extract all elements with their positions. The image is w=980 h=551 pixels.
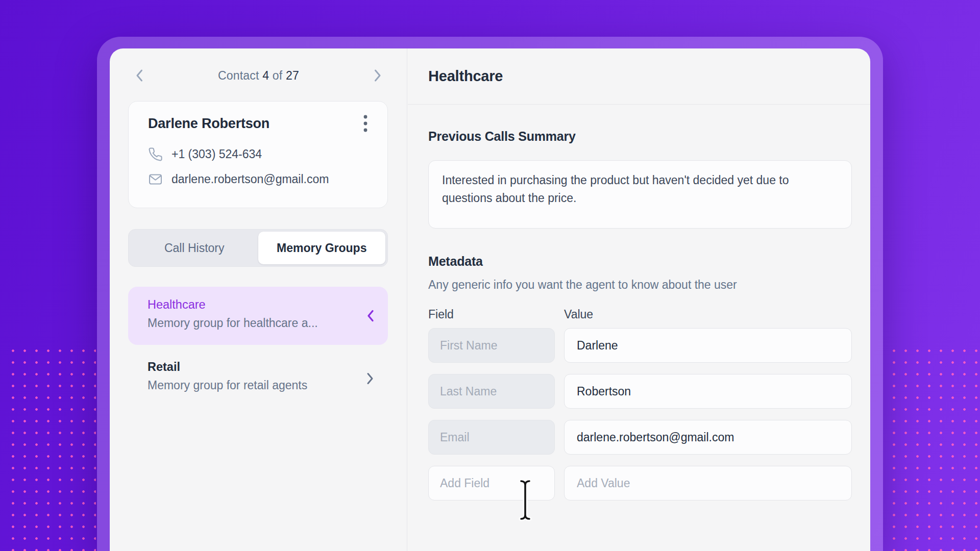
app-background: Contact 4 of 27 Darlene Robertson [0, 0, 980, 551]
memory-group-description: Memory group for healthcare a... [148, 316, 357, 330]
contact-counter-label: Contact [218, 69, 259, 82]
phone-icon [148, 147, 163, 162]
contact-menu-button[interactable] [357, 114, 374, 134]
value-column-label: Value [564, 308, 593, 321]
contact-pagination: Contact 4 of 27 [128, 64, 389, 87]
contact-counter-total: 27 [286, 69, 299, 82]
field-name-input-first-name [428, 328, 555, 363]
tab-call-history[interactable]: Call History [131, 232, 258, 264]
contact-phone-row: +1 (303) 524-634 [129, 147, 387, 162]
chevron-left-icon [366, 309, 375, 323]
chevron-right-icon [373, 68, 382, 83]
memory-group-content: Healthcare Memory group for healthcare a… [128, 287, 388, 330]
kebab-menu-icon [363, 114, 368, 134]
previous-contact-button[interactable] [128, 64, 151, 87]
add-value-input[interactable] [564, 466, 852, 500]
field-column-label: Field [428, 308, 564, 321]
value-input-last-name[interactable] [564, 374, 852, 409]
metadata-column-labels: Field Value [428, 308, 852, 321]
metadata-row [428, 466, 852, 500]
chevron-right-icon [366, 371, 375, 386]
page-title: Healthcare [428, 68, 503, 85]
contact-counter-current: 4 [262, 69, 269, 82]
field-name-input-last-name [428, 374, 555, 409]
contact-email-row: darlene.robertson@gmail.com [129, 172, 387, 187]
value-input-email[interactable] [564, 420, 852, 455]
dot-pattern-left [7, 345, 96, 551]
contact-email: darlene.robertson@gmail.com [172, 172, 329, 186]
tab-memory-groups[interactable]: Memory Groups [258, 232, 386, 264]
app-window: Contact 4 of 27 Darlene Robertson [110, 48, 870, 551]
memory-group-detail-panel: Healthcare Previous Calls Summary Intere… [408, 48, 870, 551]
metadata-subtitle: Any generic info you want the agent to k… [428, 278, 852, 292]
value-input-first-name[interactable] [564, 328, 852, 363]
contact-name-row: Darlene Robertson [129, 102, 387, 134]
contact-phone: +1 (303) 524-634 [172, 147, 262, 161]
sidebar-tabs: Call History Memory Groups [128, 229, 388, 267]
memory-group-title: Healthcare [148, 298, 357, 312]
dot-pattern-right [888, 345, 979, 551]
contact-counter: Contact 4 of 27 [218, 69, 299, 83]
contact-counter-of: of [273, 69, 283, 82]
detail-content: Previous Calls Summary Interested in pur… [408, 129, 870, 500]
field-name-input-email [428, 420, 555, 455]
memory-group-description: Memory group for retail agents [148, 379, 357, 392]
detail-header: Healthcare [408, 48, 870, 105]
add-field-input[interactable] [428, 466, 555, 500]
memory-group-item-retail[interactable]: Retail Memory group for retail agents [128, 353, 388, 404]
chevron-left-icon [135, 68, 144, 83]
metadata-rows [428, 328, 852, 500]
metadata-row [428, 328, 852, 363]
contact-name: Darlene Robertson [148, 116, 270, 132]
previous-calls-summary-box[interactable]: Interested in purchasing the product but… [428, 160, 852, 229]
summary-heading: Previous Calls Summary [428, 129, 852, 144]
memory-group-item-healthcare[interactable]: Healthcare Memory group for healthcare a… [128, 287, 388, 345]
contact-card: Darlene Robertson +1 (303) 524-634 [128, 101, 388, 208]
mail-icon [148, 172, 163, 187]
metadata-row [428, 420, 852, 455]
contact-sidebar: Contact 4 of 27 Darlene Robertson [110, 48, 407, 551]
memory-group-title: Retail [148, 360, 357, 374]
next-contact-button[interactable] [366, 64, 389, 87]
metadata-row [428, 374, 852, 409]
metadata-heading: Metadata [428, 254, 852, 269]
memory-group-content: Retail Memory group for retail agents [128, 353, 388, 392]
